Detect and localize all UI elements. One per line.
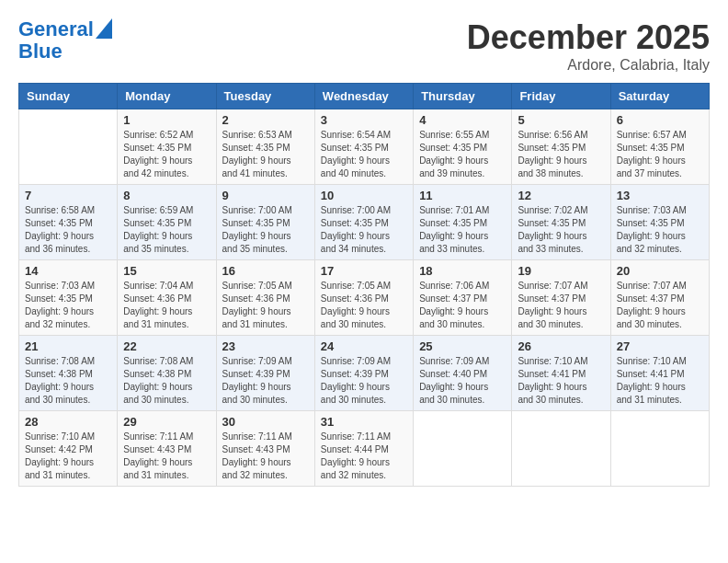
table-cell	[512, 411, 610, 487]
day-number: 20	[617, 264, 703, 278]
cell-content: Sunrise: 7:08 AMSunset: 4:38 PMDaylight:…	[123, 355, 210, 407]
table-cell: 21Sunrise: 7:08 AMSunset: 4:38 PMDayligh…	[19, 336, 118, 411]
table-cell: 26Sunrise: 7:10 AMSunset: 4:41 PMDayligh…	[512, 336, 610, 411]
page-header: General Blue December 2025 Ardore, Calab…	[18, 18, 710, 74]
week-row-2: 7Sunrise: 6:58 AMSunset: 4:35 PMDaylight…	[19, 185, 710, 260]
table-cell: 1Sunrise: 6:52 AMSunset: 4:35 PMDaylight…	[118, 109, 216, 185]
day-number: 4	[419, 113, 506, 127]
day-number: 27	[617, 339, 703, 353]
table-cell: 18Sunrise: 7:06 AMSunset: 4:37 PMDayligh…	[414, 260, 512, 336]
cell-content: Sunrise: 7:03 AMSunset: 4:35 PMDaylight:…	[25, 280, 111, 331]
day-number: 26	[518, 339, 604, 353]
table-cell: 29Sunrise: 7:11 AMSunset: 4:43 PMDayligh…	[118, 411, 216, 487]
table-cell: 17Sunrise: 7:05 AMSunset: 4:36 PMDayligh…	[314, 260, 413, 336]
table-cell: 27Sunrise: 7:10 AMSunset: 4:41 PMDayligh…	[610, 336, 709, 411]
cell-content: Sunrise: 7:11 AMSunset: 4:44 PMDaylight:…	[321, 431, 407, 482]
day-number: 31	[321, 415, 407, 429]
day-number: 23	[222, 339, 309, 353]
cell-content: Sunrise: 6:56 AMSunset: 4:35 PMDaylight:…	[518, 129, 604, 180]
cell-content: Sunrise: 7:11 AMSunset: 4:43 PMDaylight:…	[123, 431, 210, 482]
cell-content: Sunrise: 6:52 AMSunset: 4:35 PMDaylight:…	[123, 129, 210, 180]
table-cell	[610, 411, 709, 487]
logo-arrow-icon	[96, 18, 112, 39]
table-cell: 28Sunrise: 7:10 AMSunset: 4:42 PMDayligh…	[19, 411, 118, 487]
svg-marker-0	[96, 18, 112, 39]
day-number: 10	[321, 189, 407, 202]
cell-content: Sunrise: 7:07 AMSunset: 4:37 PMDaylight:…	[518, 280, 604, 331]
cell-content: Sunrise: 7:05 AMSunset: 4:36 PMDaylight:…	[222, 280, 309, 331]
cell-content: Sunrise: 6:55 AMSunset: 4:35 PMDaylight:…	[419, 129, 506, 180]
header-friday: Friday	[512, 84, 610, 109]
table-cell: 24Sunrise: 7:09 AMSunset: 4:39 PMDayligh…	[314, 336, 413, 411]
cell-content: Sunrise: 7:04 AMSunset: 4:36 PMDaylight:…	[123, 280, 210, 331]
table-cell: 16Sunrise: 7:05 AMSunset: 4:36 PMDayligh…	[216, 260, 314, 336]
cell-content: Sunrise: 7:09 AMSunset: 4:40 PMDaylight:…	[419, 355, 506, 407]
day-number: 16	[222, 264, 309, 278]
cell-content: Sunrise: 7:10 AMSunset: 4:41 PMDaylight:…	[617, 355, 703, 407]
header-sunday: Sunday	[19, 84, 118, 109]
calendar-header: SundayMondayTuesdayWednesdayThursdayFrid…	[19, 84, 710, 109]
table-cell: 23Sunrise: 7:09 AMSunset: 4:39 PMDayligh…	[216, 336, 314, 411]
cell-content: Sunrise: 7:07 AMSunset: 4:37 PMDaylight:…	[617, 280, 703, 331]
header-row: SundayMondayTuesdayWednesdayThursdayFrid…	[19, 84, 710, 109]
cell-content: Sunrise: 7:00 AMSunset: 4:35 PMDaylight:…	[222, 204, 309, 256]
day-number: 5	[518, 113, 604, 127]
cell-content: Sunrise: 7:09 AMSunset: 4:39 PMDaylight:…	[222, 355, 309, 407]
table-cell: 22Sunrise: 7:08 AMSunset: 4:38 PMDayligh…	[118, 336, 216, 411]
day-number: 1	[123, 113, 210, 127]
cell-content: Sunrise: 7:02 AMSunset: 4:35 PMDaylight:…	[518, 204, 604, 256]
day-number: 8	[123, 189, 210, 202]
cell-content: Sunrise: 7:10 AMSunset: 4:41 PMDaylight:…	[518, 355, 604, 407]
month-title: December 2025	[467, 18, 710, 57]
cell-content: Sunrise: 7:01 AMSunset: 4:35 PMDaylight:…	[419, 204, 506, 256]
table-cell: 19Sunrise: 7:07 AMSunset: 4:37 PMDayligh…	[512, 260, 610, 336]
day-number: 24	[321, 339, 407, 353]
location-subtitle: Ardore, Calabria, Italy	[467, 57, 710, 74]
table-cell: 8Sunrise: 6:59 AMSunset: 4:35 PMDaylight…	[118, 185, 216, 260]
day-number: 14	[25, 264, 111, 278]
day-number: 17	[321, 264, 407, 278]
cell-content: Sunrise: 7:06 AMSunset: 4:37 PMDaylight:…	[419, 280, 506, 331]
calendar-table: SundayMondayTuesdayWednesdayThursdayFrid…	[18, 83, 710, 487]
day-number: 2	[222, 113, 309, 127]
header-tuesday: Tuesday	[216, 84, 314, 109]
week-row-1: 1Sunrise: 6:52 AMSunset: 4:35 PMDaylight…	[19, 109, 710, 185]
table-cell	[414, 411, 512, 487]
table-cell: 10Sunrise: 7:00 AMSunset: 4:35 PMDayligh…	[314, 185, 413, 260]
day-number: 7	[25, 189, 111, 202]
table-cell: 11Sunrise: 7:01 AMSunset: 4:35 PMDayligh…	[414, 185, 512, 260]
table-cell: 6Sunrise: 6:57 AMSunset: 4:35 PMDaylight…	[610, 109, 709, 185]
cell-content: Sunrise: 6:57 AMSunset: 4:35 PMDaylight:…	[617, 129, 703, 180]
table-cell: 9Sunrise: 7:00 AMSunset: 4:35 PMDaylight…	[216, 185, 314, 260]
cell-content: Sunrise: 7:10 AMSunset: 4:42 PMDaylight:…	[25, 431, 111, 482]
day-number: 25	[419, 339, 506, 353]
day-number: 11	[419, 189, 506, 202]
cell-content: Sunrise: 6:54 AMSunset: 4:35 PMDaylight:…	[321, 129, 407, 180]
table-cell: 30Sunrise: 7:11 AMSunset: 4:43 PMDayligh…	[216, 411, 314, 487]
table-cell: 5Sunrise: 6:56 AMSunset: 4:35 PMDaylight…	[512, 109, 610, 185]
header-wednesday: Wednesday	[314, 84, 413, 109]
cell-content: Sunrise: 7:09 AMSunset: 4:39 PMDaylight:…	[321, 355, 407, 407]
table-cell: 31Sunrise: 7:11 AMSunset: 4:44 PMDayligh…	[314, 411, 413, 487]
day-number: 6	[617, 113, 703, 127]
day-number: 29	[123, 415, 210, 429]
table-cell: 3Sunrise: 6:54 AMSunset: 4:35 PMDaylight…	[314, 109, 413, 185]
cell-content: Sunrise: 7:11 AMSunset: 4:43 PMDaylight:…	[222, 431, 309, 482]
cell-content: Sunrise: 7:03 AMSunset: 4:35 PMDaylight:…	[617, 204, 703, 256]
day-number: 28	[25, 415, 111, 429]
table-cell: 20Sunrise: 7:07 AMSunset: 4:37 PMDayligh…	[610, 260, 709, 336]
week-row-5: 28Sunrise: 7:10 AMSunset: 4:42 PMDayligh…	[19, 411, 710, 487]
table-cell: 12Sunrise: 7:02 AMSunset: 4:35 PMDayligh…	[512, 185, 610, 260]
table-cell: 13Sunrise: 7:03 AMSunset: 4:35 PMDayligh…	[610, 185, 709, 260]
day-number: 21	[25, 339, 111, 353]
logo-text-line2: Blue	[18, 40, 63, 63]
logo: General Blue	[18, 18, 112, 63]
day-number: 19	[518, 264, 604, 278]
day-number: 9	[222, 189, 309, 202]
day-number: 18	[419, 264, 506, 278]
logo-text-line1: General	[18, 18, 94, 40]
day-number: 13	[617, 189, 703, 202]
day-number: 22	[123, 339, 210, 353]
cell-content: Sunrise: 6:59 AMSunset: 4:35 PMDaylight:…	[123, 204, 210, 256]
table-cell: 7Sunrise: 6:58 AMSunset: 4:35 PMDaylight…	[19, 185, 118, 260]
